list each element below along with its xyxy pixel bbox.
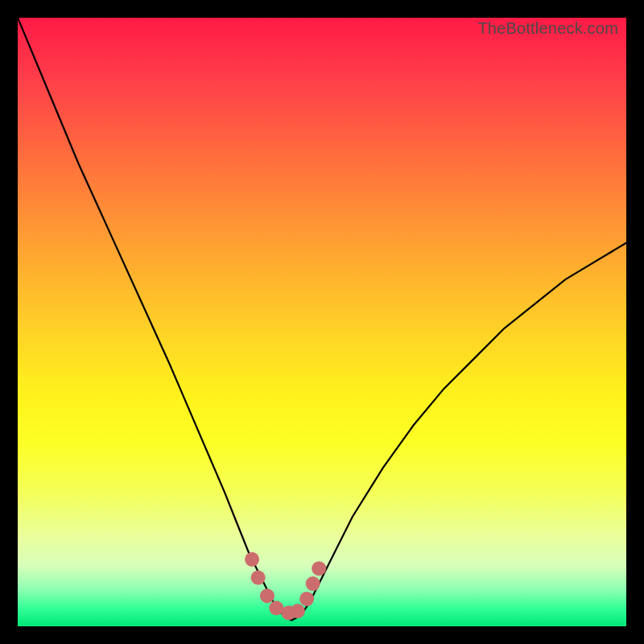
marker-dot bbox=[291, 604, 305, 618]
curve-svg bbox=[18, 18, 626, 626]
bottleneck-curve-path bbox=[18, 18, 626, 620]
marker-dot bbox=[245, 552, 259, 567]
marker-dot bbox=[306, 576, 320, 591]
marker-dot bbox=[312, 561, 326, 576]
marker-dot bbox=[260, 588, 275, 603]
bottom-markers-group bbox=[245, 552, 326, 621]
marker-dot bbox=[299, 592, 314, 606]
plot-area: TheBottleneck.com bbox=[18, 18, 626, 626]
chart-frame: TheBottleneck.com bbox=[0, 0, 644, 644]
marker-dot bbox=[251, 571, 266, 585]
